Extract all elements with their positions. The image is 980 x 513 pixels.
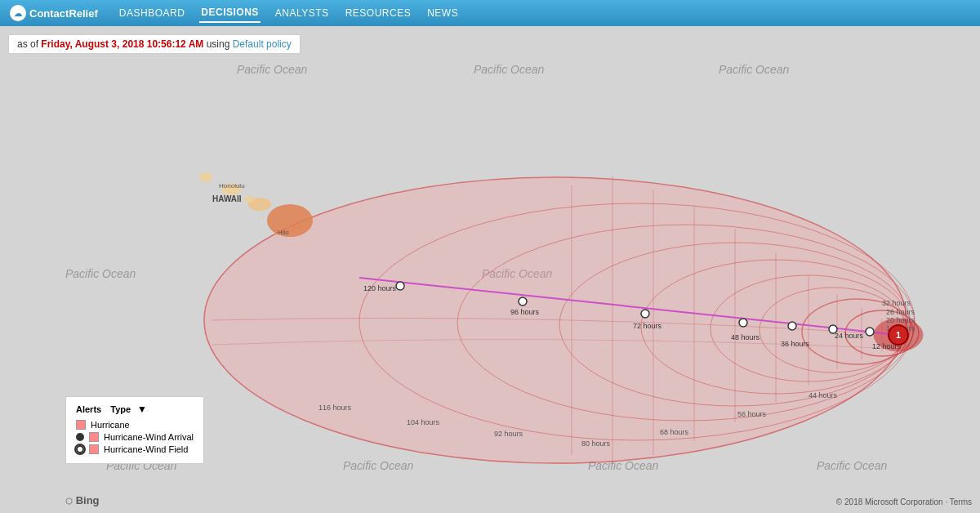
svg-point-5: [641, 260, 911, 394]
timestamp-bar: as of Friday, August 3, 2018 10:56:12 AM…: [8, 34, 301, 54]
svg-point-7: [760, 288, 906, 372]
svg-line-21: [359, 278, 898, 335]
ocean-label: Pacific Ocean: [817, 459, 887, 472]
svg-text:24 hours: 24 hours: [835, 332, 864, 340]
ocean-label: Pacific Ocean: [482, 267, 552, 280]
svg-text:92 hours: 92 hours: [494, 430, 523, 438]
legend-item-hurricane: Hurricane: [76, 420, 194, 430]
svg-text:68 hours: 68 hours: [660, 428, 689, 436]
nav-dashboard[interactable]: DASHBOARD: [118, 4, 187, 22]
legend-type-dropdown[interactable]: ▼: [137, 404, 147, 415]
svg-point-9: [845, 310, 919, 356]
copyright: © 2018 Microsoft Corporation · Terms: [836, 497, 972, 506]
svg-text:12 hours: 12 hours: [872, 342, 902, 350]
legend-wind-arrival-dot: [76, 433, 84, 441]
svg-point-28: [396, 282, 404, 290]
legend-wind-field-color: [89, 444, 99, 454]
logo-icon: ☁: [10, 5, 26, 21]
svg-point-2: [359, 203, 915, 440]
svg-point-24: [788, 322, 796, 330]
ocean-label: Pacific Ocean: [719, 63, 789, 76]
legend-wind-arrival-color: [89, 432, 99, 442]
legend-wind-field-dot: [76, 445, 84, 453]
svg-text:120 hours: 120 hours: [363, 284, 397, 292]
ocean-label: Pacific Ocean: [237, 63, 307, 76]
svg-point-3: [457, 225, 915, 421]
svg-text:1: 1: [896, 330, 901, 340]
nav-news[interactable]: NEWS: [425, 4, 460, 22]
svg-text:116 hours: 116 hours: [318, 404, 352, 412]
svg-point-1: [204, 177, 906, 463]
svg-point-0: [204, 177, 906, 463]
navbar: ☁ ContactRelief DASHBOARD DECISIONS ANAL…: [0, 0, 980, 26]
nav-resources[interactable]: RESOURCES: [344, 4, 413, 22]
timestamp-prefix: as of: [17, 38, 41, 50]
svg-text:56 hours: 56 hours: [737, 410, 767, 418]
svg-point-48: [248, 198, 271, 211]
svg-text:48 hours: 48 hours: [731, 333, 760, 341]
svg-text:Honolulu: Honolulu: [219, 182, 245, 190]
svg-text:Hilo: Hilo: [278, 229, 289, 236]
svg-text:26 hours: 26 hours: [886, 308, 915, 316]
nav-analysts[interactable]: ANALYSTS: [274, 4, 331, 22]
timestamp-suffix: using: [203, 38, 232, 50]
svg-point-8: [802, 299, 913, 364]
svg-point-22: [866, 328, 874, 336]
svg-point-4: [559, 243, 911, 406]
svg-point-27: [519, 297, 527, 306]
legend-hurricane-color: [76, 420, 86, 430]
svg-text:14 hours: 14 hours: [886, 324, 915, 332]
timestamp-date: Friday, August 3, 2018 10:56:12 AM: [41, 38, 203, 50]
logo-text: ContactRelief: [29, 7, 98, 20]
ocean-label: Pacific Ocean: [588, 459, 658, 472]
svg-text:20 hours: 20 hours: [886, 316, 915, 324]
nav-decisions[interactable]: DECISIONS: [199, 3, 261, 23]
svg-text:72 hours: 72 hours: [633, 322, 662, 330]
svg-point-51: [243, 196, 255, 203]
logo[interactable]: ☁ ContactRelief: [10, 5, 98, 21]
svg-point-49: [221, 184, 241, 195]
svg-text:44 hours: 44 hours: [808, 391, 838, 399]
svg-point-6: [710, 275, 906, 381]
svg-text:104 hours: 104 hours: [407, 418, 440, 426]
ocean-label: Pacific Ocean: [474, 63, 544, 76]
ocean-label: Pacific Ocean: [65, 267, 136, 280]
svg-text:HAWAII: HAWAII: [212, 194, 242, 203]
svg-point-47: [267, 204, 313, 237]
svg-point-10: [874, 319, 923, 351]
svg-text:80 hours: 80 hours: [581, 439, 611, 448]
svg-point-25: [739, 319, 747, 327]
timestamp-policy: Default policy: [233, 38, 292, 50]
legend-title: Alerts Type ▼: [76, 404, 194, 415]
legend-item-wind-arrival: Hurricane-Wind Arrival: [76, 432, 194, 442]
svg-point-26: [641, 310, 649, 318]
svg-point-55: [889, 325, 908, 345]
legend: Alerts Type ▼ Hurricane Hurricane-Wind A…: [65, 396, 204, 464]
svg-text:36 hours: 36 hours: [781, 340, 810, 348]
svg-text:32 hours: 32 hours: [882, 299, 911, 307]
map-container: as of Friday, August 3, 2018 10:56:12 AM…: [0, 26, 980, 513]
svg-text:96 hours: 96 hours: [510, 308, 540, 316]
svg-point-23: [829, 325, 837, 333]
bing-logo: ⬡ Bing: [65, 494, 100, 506]
legend-item-wind-field: Hurricane-Wind Field: [76, 444, 194, 454]
svg-point-50: [199, 172, 212, 182]
ocean-label: Pacific Ocean: [343, 459, 413, 472]
